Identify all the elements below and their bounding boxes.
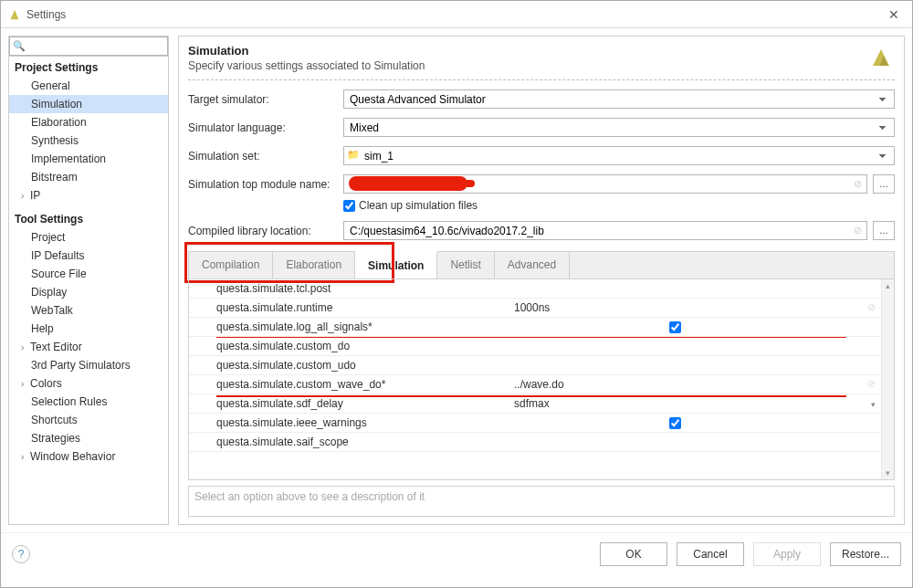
sidebar-item-synthesis[interactable]: Synthesis	[9, 131, 168, 150]
sidebar-item-3rd-party-simulators[interactable]: 3rd Party Simulators	[9, 356, 168, 374]
compiled-lib-label: Compiled library location:	[188, 225, 334, 237]
sidebar-item-help[interactable]: Help	[9, 320, 168, 338]
option-value[interactable]	[509, 356, 881, 374]
sidebar-item-implementation[interactable]: Implementation	[9, 150, 168, 168]
sidebar-item-strategies[interactable]: Strategies	[9, 429, 168, 447]
sidebar-item-colors[interactable]: Colors	[9, 374, 168, 393]
option-key: questa.simulate.custom_wave_do*	[189, 378, 509, 391]
option-key: questa.simulate.runtime	[189, 301, 509, 314]
panel-subtitle: Specify various settings associated to S…	[188, 59, 867, 72]
option-value[interactable]	[509, 318, 881, 336]
option-row[interactable]: questa.simulate.sdf_delaysdfmax▾	[189, 394, 881, 414]
sidebar-item-simulation[interactable]: Simulation	[9, 95, 168, 113]
sidebar-item-bitstream[interactable]: Bitstream	[9, 168, 168, 186]
svg-marker-0	[11, 9, 19, 19]
option-key: questa.simulate.tcl.post	[189, 282, 509, 295]
help-button[interactable]: ?	[12, 545, 30, 563]
content-panel: Simulation Specify various settings asso…	[178, 36, 905, 525]
project-settings-heading: Project Settings	[9, 58, 168, 77]
option-row[interactable]: questa.simulate.ieee_warnings	[189, 414, 881, 433]
clear-icon[interactable]: ⊘	[851, 224, 864, 236]
option-value[interactable]: ../wave.do⊘	[509, 375, 881, 394]
tab-netlist[interactable]: Netlist	[437, 252, 494, 278]
tab-bar: CompilationElaborationSimulationNetlistA…	[188, 251, 895, 278]
option-key: questa.simulate.saif_scope	[189, 436, 509, 448]
sidebar-item-source-file[interactable]: Source File	[9, 265, 168, 283]
simulator-language-select[interactable]: Mixed	[343, 118, 895, 137]
clear-icon[interactable]: ⊘	[867, 378, 876, 390]
simulator-language-label: Simulator language:	[188, 121, 334, 134]
search-input[interactable]	[9, 37, 168, 56]
option-row[interactable]: questa.simulate.tcl.post	[189, 279, 881, 299]
option-key: questa.simulate.custom_udo	[189, 359, 509, 372]
sidebar-item-webtalk[interactable]: WebTalk	[9, 301, 168, 320]
tab-advanced[interactable]: Advanced	[495, 252, 570, 278]
option-key: questa.simulate.custom_do	[189, 340, 509, 352]
sidebar-item-text-editor[interactable]: Text Editor	[9, 338, 168, 356]
cleanup-label: Clean up simulation files	[359, 199, 477, 212]
panel-title: Simulation	[188, 44, 867, 58]
option-row[interactable]: questa.simulate.saif_scope	[189, 433, 881, 452]
option-value[interactable]: 1000ns⊘	[509, 299, 881, 317]
restore-button[interactable]: Restore...	[830, 542, 901, 566]
option-key: questa.simulate.log_all_signals*	[189, 320, 509, 333]
clear-icon[interactable]: ⊘	[851, 177, 864, 190]
app-icon	[8, 8, 21, 21]
close-icon[interactable]: ✕	[883, 4, 905, 26]
clear-icon[interactable]: ⊘	[867, 301, 876, 313]
sidebar-item-general[interactable]: General	[9, 77, 168, 95]
browse-button[interactable]: …	[873, 221, 895, 240]
sidebar-item-window-behavior[interactable]: Window Behavior	[9, 447, 168, 466]
compiled-lib-input[interactable]	[343, 221, 867, 240]
scroll-down-icon[interactable]: ▾	[884, 467, 892, 479]
cleanup-checkbox[interactable]	[343, 200, 355, 212]
top-module-label: Simulation top module name:	[188, 178, 334, 191]
options-grid: questa.simulate.tcl.postquesta.simulate.…	[189, 279, 881, 479]
sidebar-item-project[interactable]: Project	[9, 228, 168, 247]
sidebar-item-shortcuts[interactable]: Shortcuts	[9, 411, 168, 429]
sidebar-item-elaboration[interactable]: Elaboration	[9, 113, 168, 131]
option-value[interactable]	[509, 337, 881, 355]
scrollbar[interactable]: ▴ ▾	[881, 279, 894, 479]
apply-button[interactable]: Apply	[753, 542, 821, 566]
search-row: 🔍	[9, 37, 168, 57]
sidebar-item-display[interactable]: Display	[9, 283, 168, 301]
option-row[interactable]: questa.simulate.custom_do	[189, 337, 881, 356]
sidebar-item-ip-defaults[interactable]: IP Defaults	[9, 247, 168, 265]
tab-compilation[interactable]: Compilation	[189, 252, 273, 278]
option-text: sdfmax	[514, 397, 550, 410]
option-checkbox[interactable]	[669, 321, 681, 333]
tool-settings-heading: Tool Settings	[9, 210, 168, 228]
option-row[interactable]: questa.simulate.custom_wave_do*../wave.d…	[189, 375, 881, 394]
browse-button[interactable]: …	[873, 174, 895, 194]
option-value[interactable]	[509, 414, 881, 432]
target-simulator-label: Target simulator:	[188, 93, 334, 106]
option-key: questa.simulate.ieee_warnings	[189, 416, 509, 429]
chevron-down-icon[interactable]: ▾	[871, 400, 876, 409]
option-checkbox[interactable]	[669, 417, 681, 429]
tab-simulation[interactable]: Simulation	[355, 251, 437, 278]
cancel-button[interactable]: Cancel	[677, 542, 744, 566]
target-simulator-select[interactable]: Questa Advanced Simulator	[343, 89, 895, 109]
ok-button[interactable]: OK	[600, 542, 667, 566]
option-text: ../wave.do	[514, 378, 564, 391]
option-row[interactable]: questa.simulate.custom_udo	[189, 356, 881, 375]
divider	[188, 79, 895, 80]
tab-elaboration[interactable]: Elaboration	[273, 252, 355, 278]
simulation-set-select[interactable]: sim_1	[343, 146, 895, 165]
scroll-up-icon[interactable]: ▴	[884, 279, 892, 292]
option-value[interactable]	[509, 433, 881, 451]
option-key: questa.simulate.sdf_delay	[189, 397, 509, 410]
vivado-logo-icon	[867, 44, 895, 71]
tab-body: questa.simulate.tcl.postquesta.simulate.…	[188, 278, 895, 480]
option-value[interactable]	[509, 279, 881, 298]
sidebar-item-selection-rules[interactable]: Selection Rules	[9, 393, 168, 411]
option-row[interactable]: questa.simulate.log_all_signals*	[189, 318, 881, 337]
option-value[interactable]: sdfmax▾	[509, 394, 881, 413]
settings-sidebar: 🔍 Project Settings GeneralSimulationElab…	[8, 36, 169, 525]
folder-icon: 📁	[347, 149, 360, 161]
sidebar-item-ip[interactable]: IP	[9, 186, 168, 205]
dialog-footer: ? OK Cancel Apply Restore...	[1, 532, 912, 574]
simulation-set-label: Simulation set:	[188, 150, 334, 163]
option-row[interactable]: questa.simulate.runtime1000ns⊘	[189, 299, 881, 318]
